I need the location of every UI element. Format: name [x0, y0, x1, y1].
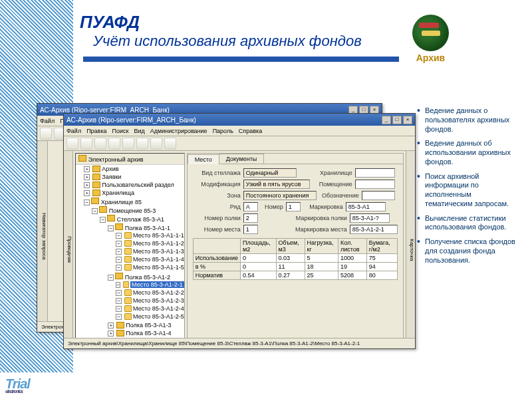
menu-edit[interactable]: Правка — [86, 128, 106, 134]
grid-cell[interactable]: 18 — [305, 263, 338, 271]
tree-label[interactable]: Место 85-3-А1-2-4 — [133, 305, 184, 312]
menu-view[interactable]: Вид — [134, 128, 145, 134]
inp-modification[interactable]: Узкий в пять ярусов — [243, 180, 310, 189]
toolbar-button[interactable] — [66, 138, 78, 150]
grid-cell[interactable]: 0.27 — [276, 271, 305, 280]
toolbar-button[interactable] — [136, 138, 148, 150]
grid-cell[interactable]: 80 — [366, 271, 397, 280]
tree-label[interactable]: Полка 85-3-А1-1 — [125, 225, 170, 231]
tree-label[interactable]: Пользовательский раздел — [102, 182, 174, 188]
grid-cell[interactable]: 19 — [338, 263, 367, 271]
toolbar-button[interactable] — [108, 138, 120, 150]
tree-expander[interactable]: − — [108, 275, 114, 281]
toolbar-button[interactable] — [40, 128, 52, 140]
tree-expander[interactable]: − — [116, 282, 120, 288]
grid-cell[interactable]: 1000 — [338, 254, 367, 263]
grid-cell[interactable]: 25 — [305, 271, 338, 280]
side-tab-explorer[interactable]: Проводник — [64, 151, 73, 348]
tab-place[interactable]: Место — [188, 154, 219, 164]
toolbar-button[interactable] — [150, 138, 162, 150]
tree-label[interactable]: Место 85-3-А1-2-3 — [133, 297, 184, 304]
tree-expander[interactable]: − — [116, 265, 121, 271]
tree-panel[interactable]: Электронный архив + Архив+ Заявки+ Польз… — [75, 153, 184, 346]
inp-shelf-marking[interactable]: 85-3-А1-? — [350, 213, 390, 223]
tree-expander[interactable]: − — [100, 217, 106, 223]
inp-storage[interactable] — [355, 168, 395, 178]
grid-cell[interactable]: 94 — [366, 263, 397, 271]
toolbar-button[interactable] — [164, 138, 176, 150]
tree-expander[interactable]: + — [84, 166, 90, 172]
bullet-item: Поиск архивной информации по исполненным… — [417, 172, 520, 209]
grid-cell[interactable]: 0 — [241, 263, 277, 271]
tree-expander[interactable]: + — [84, 190, 90, 196]
inp-row[interactable]: А — [243, 202, 258, 211]
grid-cell[interactable]: 0 — [241, 254, 277, 263]
tree-expander[interactable]: − — [116, 257, 121, 263]
tree-expander[interactable]: + — [84, 182, 90, 188]
menu-search[interactable]: Поиск — [112, 128, 129, 134]
titlebar[interactable]: АС-Архив (Ripo-server:FIRM_ARCH_Банк) _ … — [64, 114, 415, 126]
side-tab-card[interactable]: Карточка — [406, 151, 415, 348]
tree-expander[interactable]: − — [92, 208, 98, 214]
tree-label[interactable]: Стеллаж 85-3-А1 — [117, 216, 164, 223]
tab-documents[interactable]: Документы — [219, 154, 264, 164]
tree-expander[interactable]: + — [84, 174, 90, 180]
menu-password[interactable]: Пароль — [213, 128, 233, 134]
inp-place-marking[interactable]: 85-3-А1-2-1 — [350, 225, 398, 234]
tree-expander[interactable]: − — [116, 233, 121, 239]
tree-expander[interactable]: − — [116, 290, 121, 296]
tree-label[interactable]: Хранилища — [102, 190, 134, 196]
tree-expander[interactable]: − — [116, 306, 121, 312]
tree-label[interactable]: Место 85-3-А1-1-3 — [133, 248, 184, 255]
tree-expander[interactable]: − — [84, 200, 90, 205]
tree-label[interactable]: Место 85-3-А1-2-5 — [133, 313, 184, 320]
tree-label[interactable]: Место 85-3-А1-2-2 — [133, 289, 184, 296]
grid-cell[interactable]: 75 — [366, 254, 397, 263]
inp-zone[interactable]: Постоянного хранения — [243, 191, 317, 200]
toolbar-button[interactable] — [94, 138, 106, 150]
tree-label[interactable]: Полка 85-3-А1-2 — [125, 274, 170, 281]
tree-expander[interactable]: + — [108, 323, 114, 329]
grid-cell[interactable]: 0.03 — [276, 254, 305, 263]
grid-cell[interactable]: 0.54 — [241, 271, 277, 280]
menu-help[interactable]: Справка — [239, 128, 262, 134]
inp-room[interactable] — [355, 180, 395, 189]
inp-shelf-num[interactable]: 2 — [243, 213, 258, 223]
tree-expander[interactable]: − — [116, 314, 121, 320]
tree-expander[interactable]: − — [108, 225, 114, 231]
tree-label[interactable]: Архив — [102, 166, 118, 172]
toolbar-button[interactable] — [122, 138, 134, 150]
tree-label[interactable]: Заявки — [102, 174, 121, 180]
inp-designation[interactable] — [362, 191, 395, 200]
tree-label[interactable]: Место 85-3-А1-1-4 — [133, 256, 184, 263]
grid-cell[interactable]: 5208 — [338, 271, 367, 280]
tree-expander[interactable]: + — [108, 331, 114, 336]
minimize-button[interactable]: _ — [382, 116, 391, 124]
side-tab-navigator[interactable]: Навигатор запроса — [37, 141, 48, 332]
tree-expander[interactable]: − — [116, 298, 121, 304]
tree-label[interactable]: Место 85-3-А1-1-5 — [133, 264, 184, 271]
menu-file[interactable]: Файл — [40, 118, 55, 124]
toolbar-button[interactable] — [80, 138, 92, 150]
grid-cell[interactable]: 11 — [276, 263, 305, 271]
menu-admin[interactable]: Администрирование — [150, 128, 207, 134]
tree-label[interactable]: Помещение 85-3 — [109, 207, 156, 214]
close-button[interactable]: × — [403, 116, 412, 124]
tree-label[interactable]: Полка 85-3-А1-3 — [126, 322, 171, 329]
inp-place-num[interactable]: 1 — [243, 225, 258, 234]
menu-file[interactable]: Файл — [66, 128, 81, 134]
grid-col-header: Бумага, г/м2 — [366, 239, 397, 254]
inp-number[interactable]: 1 — [286, 202, 301, 211]
grid-cell[interactable]: 5 — [305, 254, 338, 263]
tree-expander[interactable]: − — [116, 241, 121, 247]
tree-label[interactable]: Хранилище 85 — [101, 199, 142, 205]
inp-rack-type[interactable]: Одинарный — [243, 168, 297, 178]
inp-marking[interactable]: 85-3-А1 — [346, 202, 386, 211]
tree-label[interactable]: Полка 85-3-А1-4 — [126, 330, 171, 336]
maximize-button[interactable]: □ — [392, 116, 402, 124]
tree-label[interactable]: Место 85-3-А1-1-2 — [133, 240, 184, 247]
folder-icon — [115, 273, 123, 279]
tree-label[interactable]: Место 85-3-А1-1-1 — [133, 232, 184, 239]
tree-expander[interactable]: − — [116, 249, 121, 255]
tree-label[interactable]: Место 85-3-А1-2-1 — [130, 281, 184, 288]
